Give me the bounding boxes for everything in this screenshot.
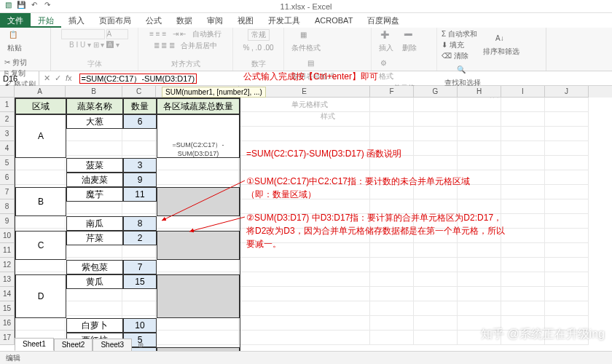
autosum-button[interactable]: Σ 自动求和 (442, 29, 477, 39)
row-4[interactable]: 4 (0, 141, 15, 156)
cell[interactable] (414, 272, 458, 287)
cell[interactable] (239, 287, 370, 301)
row-10[interactable]: 10 (0, 229, 15, 243)
row-13[interactable]: 13 (0, 272, 15, 287)
total-cell[interactable] (157, 187, 240, 216)
cut-button[interactable]: ✂ 剪切 (4, 58, 36, 68)
row-7[interactable]: 7 (0, 185, 15, 199)
cell[interactable] (545, 229, 589, 243)
total-cell[interactable]: =SUM(C2:C17）-SUM(D3:D17) (157, 114, 240, 158)
name-cell[interactable]: 菠菜 (66, 158, 123, 173)
cell[interactable] (414, 316, 458, 331)
row-11[interactable]: 11 (0, 243, 15, 258)
cell[interactable] (370, 112, 414, 127)
qty-cell[interactable]: 2 (123, 231, 157, 245)
cell[interactable] (370, 258, 414, 272)
cell[interactable] (545, 141, 589, 156)
cell[interactable] (239, 127, 370, 141)
name-box[interactable]: D16 (0, 71, 39, 86)
name-cell[interactable]: 白萝卜 (66, 318, 123, 333)
cell[interactable] (239, 331, 370, 345)
cell[interactable] (370, 316, 414, 331)
cell[interactable] (239, 98, 370, 112)
cell[interactable] (545, 170, 589, 185)
region-cell[interactable]: D (15, 274, 66, 318)
tab-data[interactable]: 数据 (169, 13, 200, 28)
cell[interactable] (414, 98, 458, 112)
cell[interactable] (545, 127, 589, 141)
cell[interactable] (501, 258, 545, 272)
name-cell[interactable]: 芹菜 (66, 231, 123, 245)
delete-cells-button[interactable]: ➖删除 (399, 29, 420, 55)
cell[interactable] (458, 98, 501, 112)
cell[interactable] (370, 301, 414, 316)
total-cell[interactable] (157, 231, 240, 260)
total-cell[interactable] (157, 274, 240, 318)
row-12[interactable]: 12 (0, 258, 15, 272)
tab-acrobat[interactable]: ACROBAT (307, 13, 360, 28)
name-cell[interactable]: 黄瓜 (66, 274, 123, 289)
grid[interactable]: A B C D E F G H I J 12345678910111213141… (0, 86, 612, 351)
cell[interactable] (545, 214, 589, 229)
save-icon[interactable]: 💾 (16, 0, 26, 10)
cell[interactable] (458, 301, 501, 316)
name-cell[interactable]: 南瓜 (66, 216, 123, 231)
qty-cell[interactable]: 3 (123, 158, 157, 173)
col-J[interactable]: J (545, 86, 589, 98)
cell[interactable] (239, 112, 370, 127)
row-5[interactable]: 5 (0, 156, 15, 170)
cell[interactable] (501, 98, 545, 112)
col-H[interactable]: H (458, 86, 501, 98)
cell[interactable] (545, 98, 589, 112)
cell[interactable] (370, 98, 414, 112)
redo-icon[interactable]: ↷ (42, 0, 52, 10)
cell[interactable] (545, 243, 589, 258)
tab-formula[interactable]: 公式 (138, 13, 169, 28)
format-cells-button[interactable]: ⚙格式 (376, 58, 396, 83)
col-G[interactable]: G (414, 86, 458, 98)
cell[interactable] (545, 287, 589, 301)
row-9[interactable]: 9 (0, 214, 15, 229)
cell[interactable] (370, 331, 414, 345)
cell[interactable] (458, 112, 501, 127)
cell[interactable] (239, 316, 370, 331)
region-cell[interactable]: B (15, 187, 66, 216)
accept-formula-icon[interactable]: ✓ (55, 74, 61, 83)
select-all-corner[interactable] (0, 86, 15, 98)
cell[interactable] (545, 156, 589, 170)
cell[interactable] (370, 287, 414, 301)
cell[interactable] (501, 185, 545, 199)
cell[interactable] (458, 272, 501, 287)
cell[interactable] (501, 272, 545, 287)
region-cell[interactable]: A (15, 114, 66, 158)
cell[interactable] (414, 112, 458, 127)
cell[interactable] (501, 112, 545, 127)
cell[interactable] (458, 127, 501, 141)
row-1[interactable]: 1 (0, 98, 15, 112)
cell[interactable] (501, 127, 545, 141)
cell[interactable] (501, 301, 545, 316)
cell[interactable] (545, 185, 589, 199)
row-6[interactable]: 6 (0, 170, 15, 185)
cell[interactable] (414, 127, 458, 141)
cell[interactable] (545, 112, 589, 127)
qty-cell[interactable]: 7 (123, 260, 157, 274)
tab-layout[interactable]: 页面布局 (92, 13, 138, 28)
fx-icon[interactable]: fx (66, 74, 72, 83)
row-15[interactable]: 15 (0, 301, 15, 316)
cell[interactable] (414, 258, 458, 272)
region-cell[interactable]: C (15, 231, 66, 260)
name-cell[interactable]: 油麦菜 (66, 173, 123, 187)
new-sheet-button[interactable]: ⊕ (132, 341, 149, 349)
cell[interactable] (458, 156, 501, 170)
tab-home[interactable]: 开始 (31, 13, 61, 28)
undo-icon[interactable]: ↶ (29, 0, 39, 10)
cell[interactable] (239, 272, 370, 287)
cell[interactable] (414, 331, 458, 345)
name-cell[interactable]: 紫包菜 (66, 260, 123, 274)
col-A[interactable]: A (15, 86, 66, 98)
cancel-formula-icon[interactable]: ✕ (44, 74, 50, 83)
cond-format-button[interactable]: ▦条件格式 (289, 29, 323, 55)
cell[interactable] (414, 287, 458, 301)
row-8[interactable]: 8 (0, 199, 15, 214)
